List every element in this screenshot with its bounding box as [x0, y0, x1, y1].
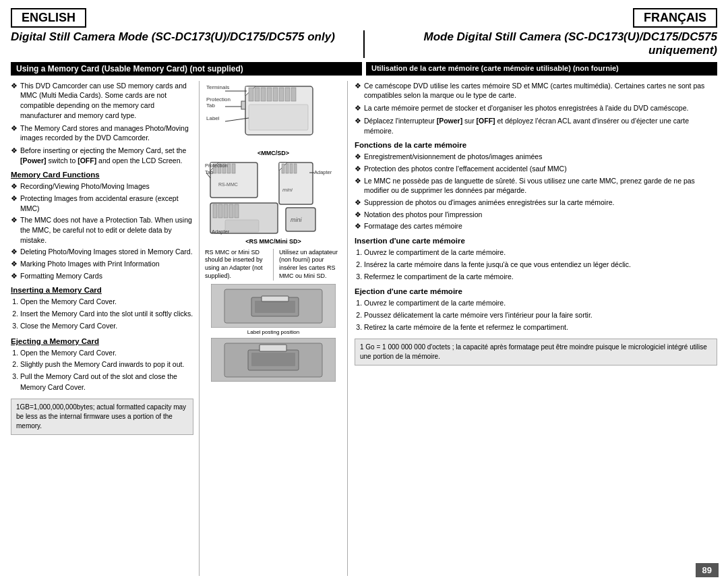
ejecting-photo — [211, 338, 336, 382]
svg-rect-8 — [285, 88, 290, 101]
svg-rect-6 — [273, 88, 278, 101]
insert-step-1: Open the Memory Card Cover. — [20, 297, 193, 308]
fonctions-bullets: ❖Enregistrement/visionnement de photos/i… — [355, 152, 717, 231]
right-note-text: 1 Go = 1 000 000 000 d'octets ; la capac… — [360, 343, 707, 360]
adapter-note-right: Utilisez un adaptateur (non fourni) pour… — [279, 249, 342, 281]
mcf-bullet-1: ❖Recording/Viewing Photo/Moving Images — [11, 181, 193, 192]
svg-text:Adapter: Adapter — [212, 229, 230, 235]
fonctions-bullet-5: ❖Notation des photos pour l'impression — [355, 210, 717, 220]
intro-bullets: ❖This DVD Camcorder can use SD memory ca… — [11, 81, 193, 166]
mcf-bullet-2: ❖Protecting Images from accidental erasu… — [11, 194, 193, 213]
eject-step-2: Slightly push the Memory Card inwards to… — [20, 359, 193, 370]
ejection-step-1: Ouvrez le compartiment de la carte mémoi… — [364, 298, 717, 309]
title-left: Digital Still Camera Mode (SC-DC173(U)/D… — [11, 30, 359, 58]
svg-text:Adapter: Adapter — [314, 169, 332, 175]
eject-step-1: Open the Memory Card Cover. — [20, 348, 193, 359]
fonctions-bullet-6: ❖Formatage des cartes mémoire — [355, 221, 717, 231]
svg-rect-57 — [251, 353, 295, 366]
svg-text:Tab: Tab — [206, 103, 215, 109]
memory-card-functions-title: Memory Card Functions — [11, 171, 193, 179]
insertion-title: Insertion d'une carte mémoire — [355, 237, 717, 245]
insertion-step-2: Insérez la carte mémoire dans la fente j… — [364, 260, 717, 270]
label-posting-label: Label posting position — [211, 329, 336, 335]
svg-rect-10 — [241, 101, 245, 109]
svg-rect-45 — [225, 220, 259, 232]
fonctions-bullet-4: ❖Suppression de photos ou d'images animé… — [355, 198, 717, 208]
eject-step-3: Pull the Memory Card out of the slot and… — [20, 372, 193, 393]
svg-rect-3 — [255, 88, 260, 101]
svg-text:RS-MMC: RS-MMC — [218, 182, 238, 187]
svg-text:Terminals: Terminals — [206, 84, 229, 90]
intro-bullet-1: ❖This DVD Camcorder can use SD memory ca… — [11, 81, 193, 121]
main-content: ❖This DVD Camcorder can use SD memory ca… — [11, 81, 717, 576]
svg-text:Protection: Protection — [205, 163, 228, 169]
svg-rect-7 — [279, 88, 284, 101]
header-row: ENGLISH FRANÇAIS — [11, 8, 717, 28]
memory-card-functions-bullets: ❖Recording/Viewing Photo/Moving Images ❖… — [11, 181, 193, 281]
section-header-left: Using a Memory Card (Usable Memory Card)… — [11, 62, 362, 76]
rs-mmc-section: RS-MMC Protection Tab mini Adapter — [205, 159, 342, 245]
left-column: ❖This DVD Camcorder can use SD memory ca… — [11, 81, 200, 576]
svg-rect-11 — [249, 105, 308, 130]
svg-rect-58 — [260, 345, 286, 351]
insertion-step-1: Ouvrez le compartiment de la carte mémoi… — [364, 247, 717, 258]
fonctions-bullet-2: ❖Protection des photos contre l'effaceme… — [355, 164, 717, 174]
svg-rect-4 — [261, 88, 266, 101]
fonctions-bullet-3: ❖Le MMC ne possède pas de languette de s… — [355, 176, 717, 196]
svg-text:Label: Label — [206, 115, 220, 121]
section-header: Using a Memory Card (Usable Memory Card)… — [11, 62, 717, 76]
inserting-photo-container: Label posting position — [211, 284, 336, 335]
svg-rect-44 — [235, 204, 239, 218]
center-column: Terminals Protection Tab Label <MMC/SD> — [200, 81, 348, 576]
mmc-sd-section: Terminals Protection Tab Label <MMC/SD> — [205, 81, 342, 156]
mcf-bullet-5: ❖Marking Photo Images with Print Informa… — [11, 259, 193, 269]
title-right: Mode Digital Still Camera (SC-DC173(U)/D… — [369, 30, 717, 58]
section-header-right: Utilisation de la carte mémoire (carte m… — [366, 62, 717, 76]
right-bullet-1: ❖Ce caméscope DVD utilise les cartes mém… — [355, 81, 717, 100]
left-note-text: 1GB=1,000,000,000bytes; actual formatted… — [16, 403, 186, 430]
english-label: ENGLISH — [11, 8, 86, 28]
title-divider — [363, 30, 365, 58]
inserting-steps: Open the Memory Card Cover. Insert the M… — [11, 297, 193, 331]
insert-step-3: Close the Memory Card Cover. — [20, 321, 193, 332]
svg-rect-5 — [267, 88, 272, 101]
svg-text:Tab: Tab — [205, 169, 213, 175]
right-intro-bullets: ❖Ce caméscope DVD utilise les cartes mém… — [355, 81, 717, 136]
fonctions-bullet-1: ❖Enregistrement/visionnement de photos/i… — [355, 152, 717, 162]
fonctions-title: Fonctions de la carte mémoire — [355, 141, 717, 149]
ejecting-title: Ejecting a Memory Card — [11, 337, 193, 345]
title-row: Digital Still Camera Mode (SC-DC173(U)/D… — [11, 30, 717, 58]
svg-rect-25 — [232, 164, 235, 173]
mmc-sd-diagram: Terminals Protection Tab Label — [205, 81, 333, 148]
intro-bullet-3: ❖Before inserting or ejecting the Memory… — [11, 146, 193, 165]
svg-rect-52 — [255, 301, 295, 313]
french-label: FRANÇAIS — [633, 8, 717, 28]
svg-rect-33 — [286, 164, 289, 173]
svg-rect-2 — [249, 88, 253, 101]
adapter-note-divider — [273, 249, 274, 281]
ejection-step-2: Poussez délicatement la carte mémoire ve… — [364, 310, 717, 321]
adapter-note-left: RS MMC or Mini SD should be inserted by … — [205, 249, 268, 281]
svg-text:mini: mini — [291, 216, 303, 223]
right-column: ❖Ce caméscope DVD utilise les cartes mém… — [348, 81, 717, 576]
svg-rect-42 — [224, 204, 228, 218]
mmc-sd-label: <MMC/SD> — [205, 150, 342, 156]
page: ENGLISH FRANÇAIS Digital Still Camera Mo… — [0, 0, 728, 584]
rs-mmc-label: <RS MMC/Mini SD> — [205, 238, 342, 245]
ejection-step-3: Retirez la carte mémoire de la fente et … — [364, 322, 717, 333]
intro-bullet-2: ❖The Memory Card stores and manages Phot… — [11, 123, 193, 143]
mcf-bullet-3: ❖The MMC does not have a Protection Tab.… — [11, 215, 193, 245]
svg-rect-32 — [282, 164, 284, 173]
adapter-note-box: RS MMC or Mini SD should be inserted by … — [205, 249, 342, 281]
svg-rect-34 — [290, 164, 293, 173]
left-note-box: 1GB=1,000,000,000bytes; actual formatted… — [11, 399, 193, 435]
right-bullet-2: ❖La carte mémoire permet de stocker et d… — [355, 103, 717, 113]
ejection-steps: Ouvrez le compartiment de la carte mémoi… — [355, 298, 717, 332]
svg-rect-40 — [213, 204, 217, 218]
insertion-step-3: Refermez le compartiment de la carte mém… — [364, 272, 717, 283]
mcf-bullet-4: ❖Deleting Photo/Moving Images stored in … — [11, 247, 193, 257]
right-bullet-3: ❖Déplacez l'interrupteur [Power] sur [OF… — [355, 116, 717, 136]
svg-rect-35 — [294, 164, 297, 173]
rs-mmc-diagram: RS-MMC Protection Tab mini Adapter — [205, 159, 340, 237]
page-number: 89 — [696, 563, 719, 577]
